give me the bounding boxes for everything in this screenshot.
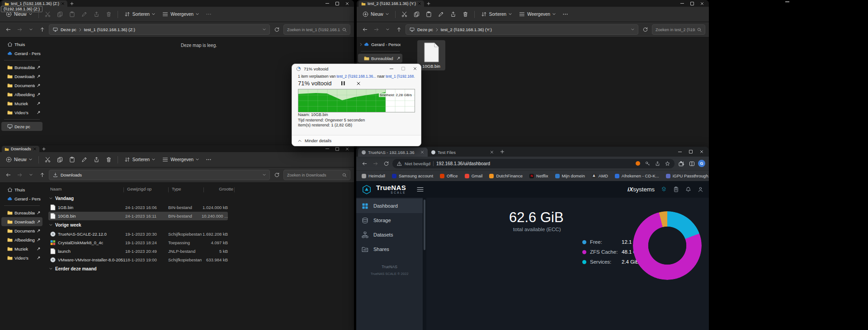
- more-button[interactable]: [203, 9, 214, 20]
- explorer-tab[interactable]: Downloads: [2, 146, 39, 152]
- close-button[interactable]: [697, 0, 707, 7]
- share-button[interactable]: [91, 9, 102, 20]
- address-bar[interactable]: Deze pc test_1 (\\192.168.1.36) (Z:): [49, 24, 270, 35]
- sidebar-item[interactable]: [4, 205, 40, 206]
- maximize-button[interactable]: [687, 0, 697, 7]
- user-icon[interactable]: [698, 186, 703, 192]
- more-button[interactable]: [203, 154, 214, 165]
- back-button[interactable]: [4, 170, 13, 180]
- sort-button[interactable]: Sorteren: [121, 155, 158, 164]
- sidebar-item[interactable]: Afbeeldingen: [1, 90, 42, 99]
- rename-button[interactable]: [79, 9, 90, 20]
- refresh-button[interactable]: [641, 25, 650, 35]
- column-naam[interactable]: Naam: [48, 186, 125, 191]
- sidebar-item[interactable]: Video's: [1, 108, 42, 117]
- rename-button[interactable]: [79, 154, 90, 165]
- sidebar-item[interactable]: Gerard - Persoonlijk: [358, 40, 402, 49]
- chevron-down-icon[interactable]: [631, 28, 634, 31]
- paste-button[interactable]: [66, 9, 78, 20]
- sidebar-item[interactable]: [4, 119, 40, 120]
- close-button[interactable]: [342, 0, 352, 7]
- refresh-button[interactable]: [382, 158, 391, 168]
- delete-button[interactable]: [103, 154, 114, 165]
- bookmark-item[interactable]: Office: [440, 173, 458, 178]
- breadcrumb-item[interactable]: Deze pc: [417, 27, 433, 32]
- search-input[interactable]: Zoeken in Downloads: [283, 170, 350, 180]
- copy-button[interactable]: [54, 154, 66, 165]
- bookmark-item[interactable]: DutchFinance: [489, 173, 523, 178]
- refresh-button[interactable]: [272, 170, 281, 180]
- recent-locations-button[interactable]: [26, 25, 35, 35]
- bookmark-item[interactable]: Samsung account: [392, 173, 433, 178]
- up-button[interactable]: [38, 170, 47, 180]
- cut-button[interactable]: [42, 9, 53, 20]
- new-tab-icon[interactable]: [42, 147, 46, 151]
- share-icon[interactable]: [655, 161, 660, 166]
- address-bar[interactable]: Downloads: [49, 170, 270, 180]
- column-type[interactable]: Type: [170, 186, 205, 191]
- minimize-button[interactable]: [675, 147, 685, 157]
- scrollbar[interactable]: [423, 198, 426, 330]
- paste-button[interactable]: [423, 9, 434, 20]
- minimize-button[interactable]: [677, 0, 687, 7]
- address-bar[interactable]: Deze pc test_2 (\\192.168.1.36) (Y:): [406, 24, 638, 35]
- split-screen-icon[interactable]: [687, 159, 696, 168]
- source-link[interactable]: test_2 (\\192.168.1.36...: [337, 74, 376, 79]
- back-button[interactable]: [360, 25, 369, 35]
- search-input[interactable]: Zoeken in test_1 (\\192.168.1...: [283, 24, 350, 35]
- cancel-button[interactable]: [355, 80, 362, 87]
- sidebar-item[interactable]: Muziek: [1, 99, 42, 108]
- close-button[interactable]: [696, 147, 707, 157]
- nav-item[interactable]: Storage: [356, 213, 423, 228]
- password-key-icon[interactable]: [645, 161, 650, 166]
- close-tab-icon[interactable]: [420, 150, 424, 154]
- minimize-button[interactable]: [386, 64, 397, 73]
- alerts-bell-icon[interactable]: [685, 186, 691, 192]
- sidebar-item[interactable]: Thuis: [1, 40, 42, 49]
- sort-button[interactable]: Sorteren: [121, 9, 158, 19]
- close-button[interactable]: [342, 145, 352, 152]
- bookmark-item[interactable]: Mijn domein: [555, 173, 585, 178]
- sidebar-item[interactable]: Muziek: [1, 244, 42, 253]
- group-header[interactable]: Vandaag: [48, 196, 74, 201]
- sidebar-item[interactable]: Deze pc: [1, 122, 42, 131]
- browser-tab[interactable]: TrueNAS - 192.168.1.36: [358, 148, 428, 157]
- copy-button[interactable]: [54, 9, 66, 20]
- search-input[interactable]: Zoeken in test_2 (\\192...: [652, 24, 705, 35]
- delete-button[interactable]: [103, 9, 114, 20]
- cut-button[interactable]: [399, 9, 410, 20]
- file-row[interactable]: CrystalDiskMark8_0_4c 19-1-2023 18:24 To…: [48, 238, 228, 247]
- profile-avatar[interactable]: G: [698, 160, 705, 167]
- file-row[interactable]: 1GB.bin 24-1-2023 16:06 BIN-bestand 1.02…: [48, 203, 228, 212]
- close-tab-icon[interactable]: [33, 147, 37, 151]
- sidebar-item[interactable]: Bureaublad: [1, 63, 42, 72]
- sidebar-item[interactable]: Video's: [1, 253, 42, 262]
- view-button[interactable]: Weergeven: [159, 155, 202, 164]
- extensions-icon[interactable]: [676, 159, 685, 168]
- file-row[interactable]: Eerder deze maand: [48, 264, 228, 274]
- sidebar-item[interactable]: [4, 60, 40, 60]
- share-button[interactable]: [448, 9, 459, 20]
- cut-button[interactable]: [42, 154, 53, 165]
- pause-button[interactable]: [340, 80, 347, 87]
- file-row[interactable]: TrueNAS-SCALE-22.12.0 19-1-2023 20:30 Sc…: [48, 230, 228, 238]
- forward-button[interactable]: [15, 170, 24, 180]
- jobs-clipboard-icon[interactable]: [673, 186, 679, 192]
- view-button[interactable]: Weergeven: [159, 9, 202, 19]
- bookmark-item[interactable]: Afrekenen - CD-K...: [615, 173, 659, 178]
- details-toggle[interactable]: Minder details: [292, 135, 421, 146]
- new-button[interactable]: Nieuw: [359, 9, 392, 19]
- close-tab-icon[interactable]: [418, 2, 421, 5]
- forward-button[interactable]: [371, 158, 380, 168]
- close-tab-icon[interactable]: [61, 2, 65, 5]
- sort-button[interactable]: Sorteren: [478, 9, 515, 19]
- refresh-button[interactable]: [272, 25, 281, 35]
- new-tab-icon[interactable]: [427, 2, 430, 5]
- sidebar-item[interactable]: Afbeeldingen: [1, 235, 42, 244]
- up-button[interactable]: [38, 25, 47, 35]
- chevron-down-icon[interactable]: [263, 174, 266, 176]
- collections-icon[interactable]: [636, 161, 640, 166]
- explorer-tab[interactable]: test_2 (\\192.168.1.36) (Y:): [359, 0, 424, 7]
- minimize-button[interactable]: [322, 145, 332, 152]
- sidebar-item[interactable]: Bureaublad: [358, 54, 402, 63]
